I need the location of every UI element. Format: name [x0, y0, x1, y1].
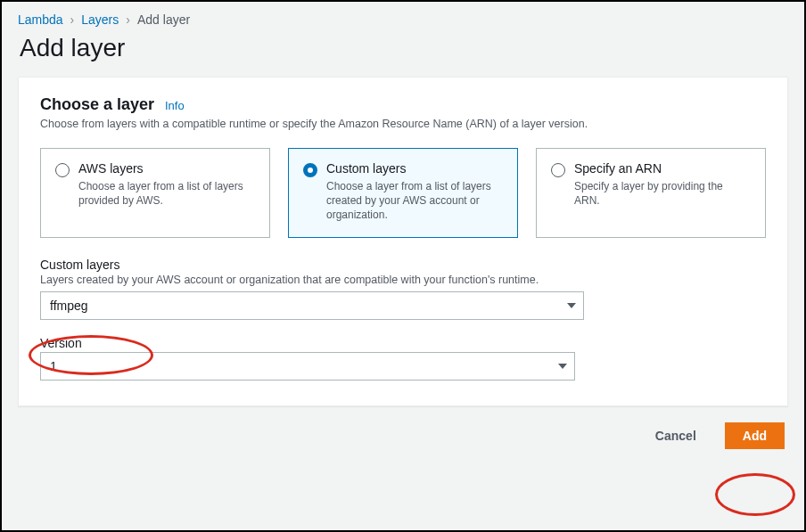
- radio-icon: [303, 163, 317, 177]
- caret-down-icon: [558, 364, 567, 369]
- breadcrumb: Lambda › Layers › Add layer: [18, 12, 788, 27]
- caret-down-icon: [567, 303, 576, 308]
- breadcrumb-layers[interactable]: Layers: [81, 12, 119, 27]
- select-value: 1: [50, 359, 57, 373]
- radio-icon: [55, 163, 70, 177]
- cancel-button[interactable]: Cancel: [637, 422, 714, 449]
- custom-layers-help: Layers created by your AWS account or or…: [40, 274, 766, 286]
- page-title: Add layer: [20, 34, 788, 62]
- option-aws-layers[interactable]: AWS layers Choose a layer from a list of…: [40, 148, 270, 238]
- option-desc: Choose a layer from a list of layers cre…: [326, 179, 503, 223]
- custom-layers-select[interactable]: ffmpeg: [40, 291, 584, 320]
- option-desc: Choose a layer from a list of layers pro…: [78, 179, 255, 208]
- breadcrumb-lambda[interactable]: Lambda: [18, 12, 63, 27]
- annotation-circle-icon: [715, 473, 795, 516]
- version-select[interactable]: 1: [40, 352, 575, 381]
- section-title: Choose a layer: [40, 95, 154, 114]
- layer-source-options: AWS layers Choose a layer from a list of…: [40, 148, 766, 238]
- select-value: ffmpeg: [50, 299, 88, 313]
- option-title: AWS layers: [78, 161, 255, 176]
- info-link[interactable]: Info: [165, 99, 185, 112]
- breadcrumb-current: Add layer: [137, 12, 190, 27]
- radio-icon: [551, 163, 565, 177]
- section-description: Choose from layers with a compatible run…: [40, 118, 766, 130]
- option-title: Specify an ARN: [574, 161, 751, 176]
- add-button[interactable]: Add: [725, 422, 785, 449]
- option-custom-layers[interactable]: Custom layers Choose a layer from a list…: [288, 148, 518, 238]
- option-title: Custom layers: [326, 161, 503, 176]
- option-specify-arn[interactable]: Specify an ARN Specify a layer by provid…: [536, 148, 766, 238]
- choose-layer-panel: Choose a layer Info Choose from layers w…: [18, 77, 788, 406]
- option-desc: Specify a layer by providing the ARN.: [574, 179, 751, 208]
- chevron-right-icon: ›: [70, 12, 75, 27]
- version-label: Version: [40, 336, 766, 350]
- action-bar: Cancel Add: [18, 422, 788, 449]
- chevron-right-icon: ›: [126, 12, 130, 27]
- custom-layers-label: Custom layers: [40, 258, 766, 272]
